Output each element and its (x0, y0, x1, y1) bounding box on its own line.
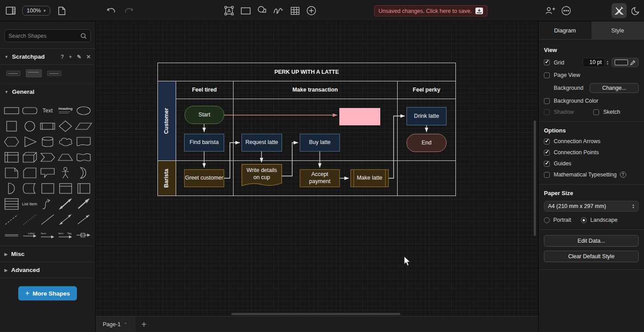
shape-parallelogram[interactable] (75, 119, 93, 133)
sketch-checkbox[interactable] (593, 109, 599, 115)
node-pink-box[interactable] (339, 108, 380, 125)
scratchpad-item[interactable] (6, 71, 20, 76)
column-header-feel-tired[interactable]: Feel tired (176, 81, 233, 99)
shape-process[interactable] (39, 119, 56, 133)
landscape-radio[interactable] (581, 217, 587, 223)
shape-text[interactable]: Text (39, 103, 56, 118)
shape-bidirectional-arrow[interactable] (56, 196, 74, 211)
more-shapes-button[interactable]: + More Shapes (18, 286, 77, 300)
grid-color-button[interactable] (612, 58, 639, 67)
insert-plus-icon[interactable] (306, 5, 317, 16)
grid-checkbox[interactable] (544, 60, 550, 65)
scratchpad-edit-icon[interactable]: ✎ (77, 54, 81, 60)
shape-diamond[interactable] (56, 119, 74, 133)
horizontal-scrollbar[interactable] (231, 313, 400, 315)
shape-tape[interactable] (75, 150, 93, 164)
zoom-dropdown[interactable]: 100% ▾ (22, 6, 50, 16)
shape-curve[interactable] (39, 196, 56, 211)
connection-points-checkbox[interactable] (544, 150, 550, 156)
scratchpad-help-icon[interactable]: ? (61, 54, 64, 60)
tab-style[interactable]: Style (592, 21, 644, 39)
share-user-icon[interactable] (545, 5, 555, 16)
panel-toggle-icon[interactable] (5, 5, 16, 16)
shape-data-storage[interactable] (20, 181, 38, 196)
scratchpad-section-header[interactable]: ▼ Scratchpad ? + ✎ ✕ (0, 49, 95, 65)
background-color-checkbox[interactable] (544, 98, 550, 104)
text-tool-icon[interactable]: A (224, 5, 234, 16)
shape-line[interactable] (39, 212, 56, 227)
shape-rectangle[interactable] (3, 103, 20, 118)
grid-size-stepper[interactable]: ▲▼ (606, 60, 609, 65)
node-start[interactable]: Start (185, 106, 224, 124)
shape-hexagon[interactable] (3, 134, 20, 149)
shape-document[interactable] (75, 134, 93, 149)
node-find-barista[interactable]: Find barista (184, 134, 224, 152)
sketch-theme-icon[interactable] (612, 3, 627, 18)
unsaved-changes-button[interactable]: Unsaved changes. Click here to save. (374, 5, 487, 16)
page-tab[interactable]: Page-1 ⌃ (96, 316, 135, 332)
shape-textbox[interactable]: Heading (56, 103, 74, 118)
background-change-button[interactable]: Change... (590, 83, 639, 93)
clear-default-style-button[interactable]: Clear Default Style (544, 251, 639, 262)
add-page-button[interactable]: + (141, 320, 147, 329)
portrait-radio[interactable] (544, 217, 550, 223)
dark-mode-moon-icon[interactable] (630, 5, 641, 16)
help-icon[interactable]: ? (620, 172, 626, 178)
node-request-latte[interactable]: Request latte (242, 134, 282, 152)
freehand-tool-icon[interactable] (273, 5, 284, 16)
advanced-section-header[interactable]: ▶ Advanced (0, 262, 95, 278)
shape-and[interactable] (3, 181, 20, 196)
search-shapes-input[interactable] (8, 33, 80, 39)
shape-ellipse[interactable] (75, 103, 93, 118)
shape-link[interactable] (3, 228, 20, 242)
shape-bidirectional-connector[interactable] (56, 212, 74, 227)
redo-icon[interactable] (124, 5, 134, 16)
shape-circle[interactable] (20, 119, 38, 133)
grid-size-input[interactable]: 10 pt (583, 58, 605, 67)
paper-size-select[interactable]: A4 (210 mm x 297 mm) ▲▼ (544, 201, 639, 212)
page-view-checkbox[interactable] (544, 72, 550, 78)
shape-arrow[interactable] (75, 196, 93, 211)
shape-callout[interactable] (39, 165, 56, 180)
more-ellipsis-icon[interactable] (561, 5, 572, 16)
shape-square[interactable] (3, 119, 20, 133)
shape-arrow-source-label[interactable]: Item (39, 228, 56, 242)
edit-data-button[interactable]: Edit Data... (544, 235, 639, 247)
scratchpad-item[interactable] (26, 69, 42, 77)
table-tool-icon[interactable] (290, 5, 300, 16)
node-make-latte[interactable]: Make latte (350, 169, 389, 187)
shape-card[interactable] (20, 165, 38, 180)
shape-rounded-rectangle[interactable] (20, 103, 38, 118)
shapes-tool-icon[interactable] (257, 5, 267, 16)
shape-internal-storage[interactable] (3, 150, 20, 164)
vertical-scrollbar[interactable] (534, 120, 536, 236)
column-header-make-transaction[interactable]: Make transaction (233, 81, 397, 99)
scratchpad-add-icon[interactable]: + (69, 54, 72, 60)
tab-diagram[interactable]: Diagram (539, 21, 592, 39)
shape-vertical-container[interactable] (56, 181, 74, 196)
rectangle-tool-icon[interactable] (240, 5, 251, 16)
shape-arrow-both-labels[interactable]: ItemTag (56, 228, 74, 242)
math-typesetting-checkbox[interactable] (544, 172, 550, 178)
connection-arrows-checkbox[interactable] (544, 139, 550, 144)
shape-cylinder[interactable] (39, 134, 56, 149)
scratchpad-close-icon[interactable]: ✕ (86, 54, 91, 60)
pool-title[interactable]: PERK UP WITH A LATTE (157, 63, 456, 81)
shape-horizontal-container[interactable] (75, 181, 93, 196)
guides-checkbox[interactable] (544, 161, 550, 167)
column-header-feel-perky[interactable]: Feel perky (397, 81, 456, 99)
node-buy-latte[interactable]: Buy latte (300, 134, 340, 152)
shape-cloud[interactable] (56, 134, 74, 149)
node-accept-payment[interactable]: Accept payment (300, 169, 340, 187)
shape-arrow-box[interactable] (75, 228, 93, 242)
shape-directional-connector[interactable] (75, 212, 93, 227)
shape-list[interactable] (3, 196, 20, 211)
node-greet-customer[interactable]: Greet customer (184, 169, 224, 187)
undo-icon[interactable] (106, 5, 117, 16)
node-end[interactable]: End (407, 134, 447, 152)
shape-actor[interactable] (56, 165, 74, 180)
shape-list-item[interactable]: List Item (20, 196, 38, 211)
shape-dotted-line[interactable] (20, 212, 38, 227)
node-drink-latte[interactable]: Drink latte (407, 107, 447, 125)
general-section-header[interactable]: ▼ General (0, 84, 95, 100)
